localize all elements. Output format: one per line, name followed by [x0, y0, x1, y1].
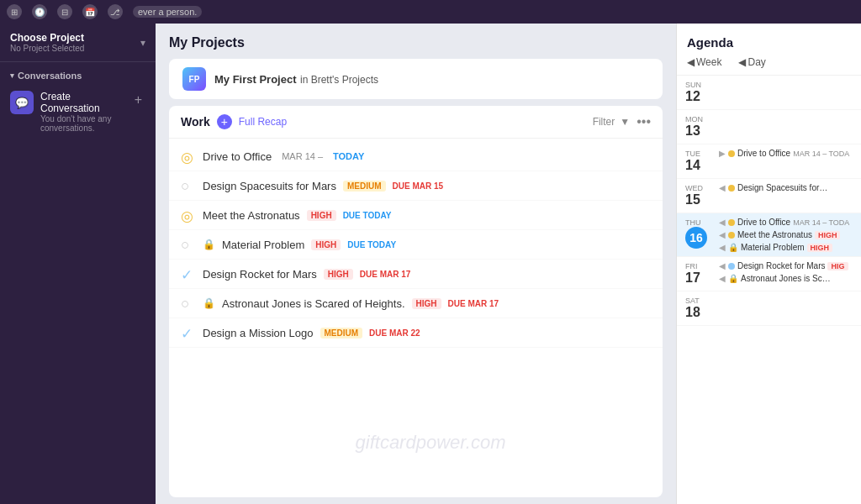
- agenda-event[interactable]: ◀ 🔒 Astronaut Jones is Scare: [719, 272, 858, 285]
- task-name: Design Rocket for Mars: [203, 268, 317, 281]
- event-dot: [728, 150, 735, 157]
- event-dot: [728, 232, 735, 239]
- table-row[interactable]: ✓ Design Rocket for Mars HIGH DUE MAR 17: [169, 260, 663, 289]
- event-badge: HIG: [827, 262, 848, 270]
- due-badge: DUE MAR 15: [393, 181, 444, 191]
- agenda-title: Agenda: [677, 24, 861, 56]
- event-name: Design Spacesuits for Mars: [737, 183, 830, 192]
- agenda-day-row: SAT 18: [677, 291, 861, 326]
- agenda-day-label: SUN 12: [677, 76, 716, 109]
- event-arrow-icon: ◀: [719, 274, 726, 283]
- filter-button[interactable]: Filter ▼: [593, 116, 631, 128]
- agenda-day-row: TUE 14 ▶ Drive to Office MAR 14 – TODA: [677, 144, 861, 179]
- table-icon[interactable]: ⊟: [57, 4, 72, 19]
- agenda-day-row: MON 13: [677, 110, 861, 144]
- agenda-event[interactable]: ▶ Drive to Office MAR 14 – TODA: [719, 147, 858, 160]
- blocked-icon: 🔒: [728, 274, 738, 283]
- project-avatar: FP: [182, 67, 206, 91]
- agenda-day-row: FRI 17 ◀ Design Rocket for Mars HIG ◀ 🔒 …: [677, 257, 861, 291]
- agenda-day-row-today: THU 16 ◀ Drive to Office MAR 14 – TODA ◀…: [677, 213, 861, 257]
- task-today-badge: TODAY: [333, 151, 364, 161]
- projects-header: My Projects: [156, 24, 676, 59]
- task-name: Astronaut Jones is Scared of Heights.: [222, 297, 405, 310]
- sidebar: Choose Project No Project Selected ▾ ▾ C…: [0, 24, 156, 504]
- table-row[interactable]: ○ 🔒 Material Problem HIGH DUE TODAY: [169, 230, 663, 260]
- more-button[interactable]: ever a person.: [133, 6, 202, 18]
- due-badge: DUE MAR 17: [448, 299, 499, 308]
- conversation-sub: You don't have any conversations.: [40, 114, 124, 133]
- task-status-icon: ◎: [181, 207, 196, 223]
- conversation-icon: 💬: [10, 91, 34, 114]
- task-name: Meet the Astronatus: [203, 209, 300, 222]
- task-date: MAR 14 –: [282, 151, 323, 161]
- agenda-events: ◀ Design Spacesuits for Mars: [716, 179, 861, 197]
- filter-label: Filter: [593, 116, 615, 128]
- left-arrow-icon: ◀: [687, 56, 695, 68]
- add-conversation-button[interactable]: +: [131, 91, 145, 109]
- project-name: My First Project: [214, 73, 297, 86]
- project-chooser[interactable]: Choose Project No Project Selected ▾: [0, 24, 156, 62]
- agenda-event[interactable]: ◀ Meet the Astronatus HIGH: [719, 228, 858, 241]
- main-layout: Choose Project No Project Selected ▾ ▾ C…: [0, 24, 861, 504]
- event-name: Drive to Office: [737, 149, 790, 158]
- tasks-section-name: Work: [181, 115, 210, 129]
- triangle-icon: ▾: [10, 71, 14, 80]
- agenda-day-label: MON 13: [677, 110, 716, 144]
- agenda-events: ▶ Drive to Office MAR 14 – TODA: [716, 144, 861, 162]
- agenda-events: [716, 76, 861, 81]
- table-row[interactable]: ◎ Drive to Office MAR 14 – TODAY: [169, 142, 663, 171]
- event-name: Astronaut Jones is Scare: [741, 274, 833, 283]
- agenda-day-row: SUN 12: [677, 76, 861, 110]
- agenda-event[interactable]: ◀ 🔒 Material Problem HIGH: [719, 241, 858, 254]
- event-name: Design Rocket for Mars: [737, 261, 825, 270]
- agenda-day-label: TUE 14: [677, 144, 716, 178]
- tasks-more-button[interactable]: •••: [637, 114, 651, 129]
- create-conversation-item[interactable]: 💬 Create Conversation You don't have any…: [0, 84, 156, 139]
- due-badge: DUE TODAY: [347, 240, 396, 249]
- project-row[interactable]: FP My First Project in Brett's Projects: [169, 59, 663, 99]
- clock-icon[interactable]: 🕐: [32, 4, 47, 19]
- full-recap-link[interactable]: Full Recap: [239, 116, 287, 128]
- task-status-icon: ○: [181, 296, 196, 311]
- calendar-icon[interactable]: 📅: [82, 4, 98, 19]
- event-dot: [728, 263, 735, 270]
- add-task-button[interactable]: +: [217, 114, 232, 129]
- projects-title: My Projects: [169, 35, 663, 50]
- task-name: Design Spacesuits for Mars: [203, 180, 336, 192]
- grid-icon[interactable]: ⊞: [7, 4, 22, 19]
- agenda-events: ◀ Design Rocket for Mars HIG ◀ 🔒 Astrona…: [716, 257, 861, 287]
- tasks-panel: Work + Full Recap Filter ▼ ••• ◎ Drive t…: [169, 106, 663, 497]
- event-dot: [728, 185, 735, 192]
- day-nav-button[interactable]: ◀ Day: [738, 56, 765, 68]
- priority-badge: HIGH: [311, 239, 341, 250]
- agenda-event[interactable]: ◀ Design Rocket for Mars HIG: [719, 260, 858, 272]
- task-status-icon: ✓: [181, 266, 196, 281]
- agenda-event[interactable]: ◀ Drive to Office MAR 14 – TODA: [719, 216, 858, 228]
- task-status-icon: ○: [181, 237, 196, 252]
- table-row[interactable]: ○ Design Spacesuits for Mars MEDIUM DUE …: [169, 171, 663, 201]
- agenda-event[interactable]: ◀ Design Spacesuits for Mars: [719, 181, 858, 194]
- filter-icon: ▼: [620, 116, 630, 128]
- event-arrow-icon: ◀: [719, 243, 726, 252]
- event-name: Material Problem: [741, 243, 805, 252]
- due-badge: DUE MAR 17: [360, 270, 411, 279]
- blocked-icon: 🔒: [203, 297, 215, 309]
- event-arrow-icon: ◀: [719, 218, 726, 227]
- table-row[interactable]: ✓ Design a Mission Logo MEDIUM DUE MAR 2…: [169, 318, 663, 348]
- week-nav-button[interactable]: ◀ Week: [687, 56, 721, 68]
- event-dot: [728, 219, 735, 226]
- event-name: Drive to Office: [737, 218, 790, 227]
- table-row[interactable]: ◎ Meet the Astronatus HIGH DUE TODAY: [169, 201, 663, 230]
- tasks-panel-header: Work + Full Recap Filter ▼ •••: [169, 106, 663, 139]
- project-chooser-label: Choose Project: [10, 32, 84, 44]
- event-arrow-icon: ▶: [719, 149, 726, 158]
- table-row[interactable]: ○ 🔒 Astronaut Jones is Scared of Heights…: [169, 289, 663, 318]
- branch-icon[interactable]: ⎇: [108, 4, 123, 19]
- event-arrow-icon: ◀: [719, 261, 726, 270]
- priority-badge: HIGH: [324, 269, 353, 280]
- blocked-icon: 🔒: [728, 243, 738, 252]
- task-name: Design a Mission Logo: [203, 327, 314, 339]
- conversations-section-header: ▾ Conversations: [0, 62, 156, 84]
- top-bar: ⊞ 🕐 ⊟ 📅 ⎇ ever a person.: [0, 0, 861, 24]
- chevron-down-icon: ▾: [140, 37, 145, 49]
